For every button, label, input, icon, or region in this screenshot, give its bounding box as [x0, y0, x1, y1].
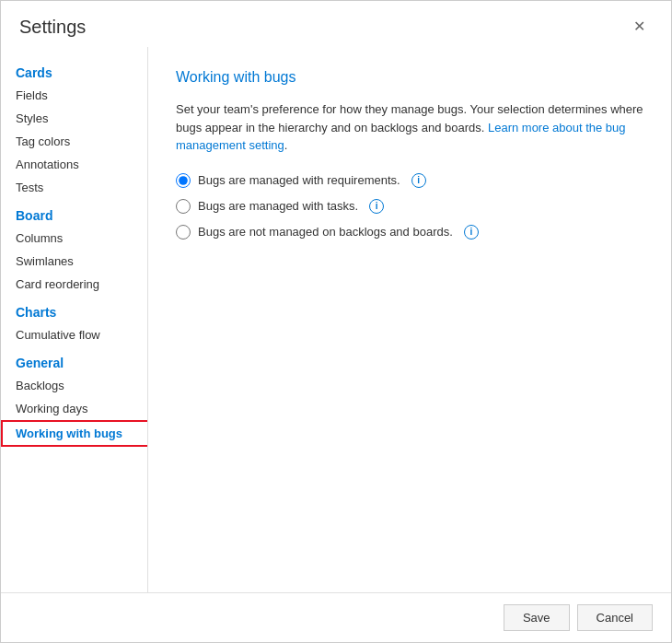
info-icon-bugs-requirements[interactable]: i	[411, 173, 426, 188]
sidebar-section-general: General	[1, 346, 147, 374]
radio-label-bugs-tasks: Bugs are managed with tasks.	[198, 199, 358, 213]
info-icon-bugs-tasks[interactable]: i	[369, 199, 384, 214]
sidebar-item-swimlanes[interactable]: Swimlanes	[1, 250, 147, 273]
sidebar-section-charts: Charts	[1, 296, 147, 323]
dialog-header: Settings ✕	[1, 1, 671, 47]
sidebar-item-columns[interactable]: Columns	[1, 227, 147, 250]
radio-item-bugs-not-managed: Bugs are not managed on backlogs and boa…	[176, 225, 643, 240]
dialog-footer: Save Cancel	[1, 592, 671, 642]
dialog-body: CardsFieldsStylesTag colorsAnnotationsTe…	[1, 47, 671, 592]
save-button[interactable]: Save	[504, 604, 570, 631]
sidebar-section-board: Board	[1, 199, 147, 227]
radio-label-bugs-requirements: Bugs are managed with requirements.	[198, 173, 400, 187]
sidebar-item-working-days[interactable]: Working days	[1, 397, 147, 420]
radio-item-bugs-tasks: Bugs are managed with tasks.i	[176, 199, 643, 214]
settings-dialog: Settings ✕ CardsFieldsStylesTag colorsAn…	[0, 0, 672, 643]
sidebar-item-backlogs[interactable]: Backlogs	[1, 374, 147, 397]
cancel-button[interactable]: Cancel	[577, 604, 653, 631]
sidebar-item-card-reordering[interactable]: Card reordering	[1, 273, 147, 296]
sidebar-item-working-with-bugs[interactable]: Working with bugs	[1, 420, 147, 447]
radio-bugs-requirements[interactable]	[176, 173, 191, 188]
description-end: .	[284, 138, 288, 152]
sidebar-item-styles[interactable]: Styles	[1, 107, 147, 130]
radio-item-bugs-requirements: Bugs are managed with requirements.i	[176, 173, 643, 188]
sidebar-item-annotations[interactable]: Annotations	[1, 153, 147, 176]
description: Set your team's preference for how they …	[176, 100, 643, 155]
dialog-title: Settings	[19, 17, 86, 38]
info-icon-bugs-not-managed[interactable]: i	[464, 225, 479, 240]
close-button[interactable]: ✕	[626, 16, 653, 38]
main-content: Working with bugs Set your team's prefer…	[148, 47, 671, 592]
sidebar-section-cards: Cards	[1, 56, 147, 84]
radio-bugs-tasks[interactable]	[176, 199, 191, 214]
sidebar-item-fields[interactable]: Fields	[1, 84, 147, 107]
sidebar-item-tag-colors[interactable]: Tag colors	[1, 130, 147, 153]
sidebar-item-cumulative-flow[interactable]: Cumulative flow	[1, 323, 147, 346]
sidebar-item-tests[interactable]: Tests	[1, 176, 147, 199]
radio-bugs-not-managed[interactable]	[176, 225, 191, 240]
sidebar: CardsFieldsStylesTag colorsAnnotationsTe…	[1, 47, 148, 592]
content-title: Working with bugs	[176, 69, 643, 86]
radio-label-bugs-not-managed: Bugs are not managed on backlogs and boa…	[198, 225, 453, 239]
radio-group: Bugs are managed with requirements.iBugs…	[176, 173, 643, 240]
